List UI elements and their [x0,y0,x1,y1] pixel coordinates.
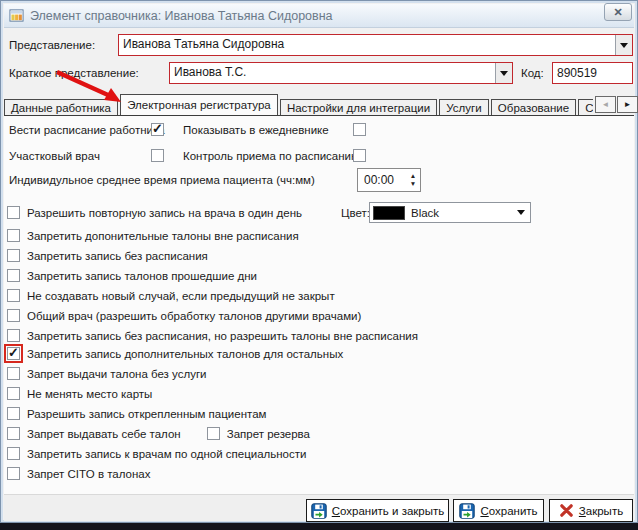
option-row[interactable]: Не создавать новый случай, если предыдущ… [7,287,335,304]
code-input[interactable]: 890519 [552,62,633,84]
arrow-left-icon: ◄ [602,100,610,109]
save-icon [311,503,327,519]
option-label: Участковый врач [9,150,100,162]
color-combobox[interactable]: Black [369,202,531,223]
code-label: Код: [521,67,544,79]
checkbox[interactable] [7,329,20,342]
title-bar: Элемент справочника: Иванова Татьяна Сид… [4,4,634,28]
window-title: Элемент справочника: Иванова Татьяна Сид… [30,9,333,23]
representation-value: Иванова Татьяна Сидоровна [119,35,615,55]
option-row[interactable]: Общий врач (разрешить обработку талонов … [7,307,361,324]
save-and-close-button[interactable]: Сохранить и закрыть [306,499,449,522]
tab-smena-vremeni[interactable]: Смена врем [578,99,593,115]
representation-dropdown-button[interactable] [615,35,632,55]
checkbox[interactable] [7,427,20,440]
tab-obrazovanie[interactable]: Образование [491,99,576,115]
tab-elektronnaya-registratura[interactable]: Электронная регистратура [120,94,278,115]
avg-time-label: Индивидульное среднее время приема пацие… [9,174,315,186]
checkbox-annotation-highlight[interactable] [7,347,20,360]
option-label: Показывать в ежедневнике [183,124,329,136]
dialog-window: Элемент справочника: Иванова Татьяна Сид… [0,0,638,523]
checkbox[interactable] [7,367,20,380]
checkbox[interactable] [7,229,20,242]
checkbox[interactable] [7,249,20,262]
avg-time-value: 00:00 [358,173,406,187]
checkbox[interactable] [7,407,20,420]
short-representation-dropdown-button[interactable] [495,63,512,83]
option-row[interactable]: Запретить запись к врачам по одной специ… [7,445,306,462]
close-button[interactable]: Закрыть [549,499,633,522]
spin-down-icon[interactable]: ▼ [410,180,416,188]
chevron-down-icon [517,210,525,219]
tab-uslugi[interactable]: Услуги [439,99,488,115]
checkbox-uchastkovyy-vrach[interactable] [151,149,164,162]
chevron-down-icon [500,71,508,80]
short-representation-label: Краткое представление: [9,67,139,79]
option-row[interactable]: Запретить допонительные талоны вне распи… [7,227,299,244]
option-row[interactable]: Запрет выдачи талона без услуги [7,365,207,382]
option-row[interactable]: Запрет выдавать себе талон Запрет резерв… [7,425,310,442]
spin-up-icon[interactable]: ▲ [410,172,416,180]
checkbox-pokazyvat-v-ezhednevnike[interactable] [353,123,366,136]
option-row[interactable]: Разрешить запись открепленным пациентам [7,405,266,422]
tab-scroll-left-button[interactable]: ◄ [595,96,616,113]
representation-combobox[interactable]: Иванова Татьяна Сидоровна [118,34,633,56]
table-icon [9,8,24,23]
checkbox[interactable] [7,289,20,302]
checkbox-zapret-rezerva[interactable] [207,427,220,440]
option-row-highlighted[interactable]: Запретить запись дополнительных талонов … [7,345,343,362]
close-window-button[interactable]: ✕ [604,3,632,21]
option-row[interactable]: Запретить запись без расписания, но разр… [7,327,418,344]
option-row[interactable]: Запретить запись без расписания [7,247,208,264]
representation-label: Представление: [9,39,95,51]
checkbox[interactable] [7,387,20,400]
chevron-down-icon [620,43,628,52]
short-representation-combobox[interactable]: Иванова Т.С. [169,62,513,84]
option-row[interactable]: Запретить запись талонов прошедшие дни [7,267,257,284]
close-icon: ✕ [613,6,622,19]
color-value: Black [411,207,439,219]
save-icon [459,503,475,519]
code-value: 890519 [557,66,597,80]
checkbox-kontrol-priema[interactable] [353,149,366,162]
checkbox[interactable] [7,467,20,480]
color-swatch [373,206,405,220]
background-strip [0,523,638,530]
tab-scroll-right-button[interactable]: ► [617,96,638,113]
option-row[interactable]: Разрешить повторную запись на врача в од… [7,204,302,221]
option-row[interactable]: Не менять место карты [7,385,152,402]
checkbox[interactable] [7,447,20,460]
tab-dannye-rabotnika[interactable]: Данные работника [4,99,118,115]
short-representation-value: Иванова Т.С. [170,63,495,83]
option-label: Вести расписание работника [9,124,165,136]
checkbox-vesti-raspisanie[interactable] [151,123,164,136]
tab-strip: Данные работника Электронная регистратур… [4,94,593,115]
arrow-right-icon: ► [624,100,632,109]
tab-nastroyki-dlya-integratsii[interactable]: Настройки для интеграции [280,99,437,115]
option-row[interactable]: Запрет CITO в талонах [7,465,150,482]
color-label: Цвет: [341,207,370,219]
checkbox[interactable] [7,206,20,219]
save-button[interactable]: Сохранить [453,499,544,522]
checkbox[interactable] [7,269,20,282]
close-x-icon [559,503,574,518]
checkbox[interactable] [7,309,20,322]
option-label: Контроль приема по расписанию [183,150,360,162]
avg-time-spinner[interactable]: 00:00 ▲ ▼ [357,168,421,192]
